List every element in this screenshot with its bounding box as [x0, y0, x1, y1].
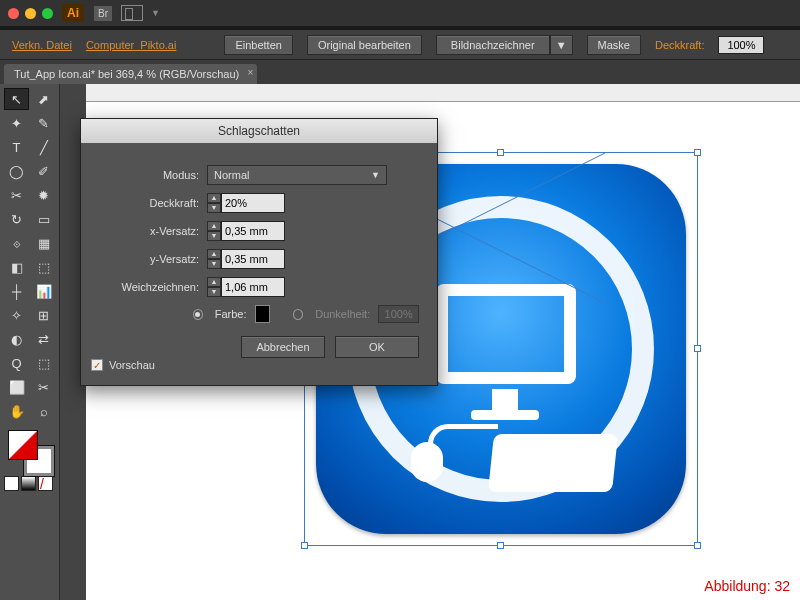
tool-1[interactable]: ⬈: [31, 88, 56, 110]
tool-2[interactable]: ✦: [4, 112, 29, 134]
dialog-title: Schlagschatten: [81, 119, 437, 143]
spin-up-icon[interactable]: ▲: [207, 249, 221, 259]
blur-label: Weichzeichnen:: [91, 281, 199, 293]
tool-20[interactable]: ◐: [4, 328, 29, 350]
tool-21[interactable]: ⇄: [31, 328, 56, 350]
spin-up-icon[interactable]: ▲: [207, 277, 221, 287]
tool-14[interactable]: ◧: [4, 256, 29, 278]
tool-8[interactable]: ✂: [4, 184, 29, 206]
blur-spinner[interactable]: ▲▼: [207, 277, 285, 297]
tool-4[interactable]: T: [4, 136, 29, 158]
preview-label: Vorschau: [109, 359, 155, 371]
blur-input[interactable]: [221, 277, 285, 297]
mode-dropdown[interactable]: Normal ▼: [207, 165, 387, 185]
bridge-badge[interactable]: Br: [93, 5, 113, 22]
document-tab[interactable]: Tut_App Icon.ai* bei 369,4 % (RGB/Vorsch…: [4, 64, 257, 84]
minimize-window-icon[interactable]: [25, 8, 36, 19]
handle-mid-right[interactable]: [694, 345, 701, 352]
tool-22[interactable]: Q: [4, 352, 29, 374]
spin-down-icon[interactable]: ▼: [207, 203, 221, 213]
mode-label: Modus:: [91, 169, 199, 181]
tool-11[interactable]: ▭: [31, 208, 56, 230]
zoom-window-icon[interactable]: [42, 8, 53, 19]
tool-13[interactable]: ▦: [31, 232, 56, 254]
handle-bot-mid[interactable]: [497, 542, 504, 549]
image-trace-button[interactable]: Bildnachzeichner: [436, 35, 550, 55]
handle-bot-right[interactable]: [694, 542, 701, 549]
ok-button[interactable]: OK: [335, 336, 419, 358]
handle-top-mid[interactable]: [497, 149, 504, 156]
x-offset-label: x-Versatz:: [91, 225, 199, 237]
fill-stroke-swatches[interactable]: [4, 428, 55, 476]
toolbox: ↖⬈✦✎T╱◯✐✂✹↻▭⟐▦◧⬚┼📊✧⊞◐⇄Q⬚⬜✂✋⌕ /: [0, 84, 60, 600]
tool-10[interactable]: ↻: [4, 208, 29, 230]
close-window-icon[interactable]: [8, 8, 19, 19]
tool-17[interactable]: 📊: [31, 280, 56, 302]
document-tab-title: Tut_App Icon.ai* bei 369,4 % (RGB/Vorsch…: [14, 68, 239, 80]
tool-0[interactable]: ↖: [4, 88, 29, 110]
x-offset-spinner[interactable]: ▲▼: [207, 221, 285, 241]
tool-16[interactable]: ┼: [4, 280, 29, 302]
linked-file-label[interactable]: Verkn. Datei: [12, 39, 72, 51]
opacity-label: Deckkraft:: [655, 39, 705, 51]
figure-label: Abbildung: 32: [704, 578, 790, 594]
dialog-opacity-input[interactable]: [221, 193, 285, 213]
color-mode-icon[interactable]: [4, 476, 19, 491]
document-tab-bar: Tut_App Icon.ai* bei 369,4 % (RGB/Vorsch…: [0, 60, 800, 84]
gradient-mode-icon[interactable]: [21, 476, 36, 491]
y-offset-spinner[interactable]: ▲▼: [207, 249, 285, 269]
ruler-horizontal: [86, 84, 800, 102]
tool-15[interactable]: ⬚: [31, 256, 56, 278]
tool-7[interactable]: ✐: [31, 160, 56, 182]
x-offset-input[interactable]: [221, 221, 285, 241]
tool-26[interactable]: ✋: [4, 400, 29, 422]
cancel-button[interactable]: Abbrechen: [241, 336, 325, 358]
mask-button[interactable]: Maske: [587, 35, 641, 55]
fill-swatch[interactable]: [8, 430, 38, 460]
opacity-input[interactable]: [718, 36, 764, 54]
os-titlebar: Ai Br ▼: [0, 0, 800, 26]
chevron-down-icon: ▼: [371, 170, 380, 180]
y-offset-input[interactable]: [221, 249, 285, 269]
edit-original-button[interactable]: Original bearbeiten: [307, 35, 422, 55]
darkness-radio-label: Dunkelheit:: [315, 308, 370, 320]
handle-bot-left[interactable]: [301, 542, 308, 549]
spin-down-icon[interactable]: ▼: [207, 231, 221, 241]
drop-shadow-dialog: Schlagschatten Modus: Normal ▼ Deckkraft…: [80, 118, 438, 386]
spin-down-icon[interactable]: ▼: [207, 259, 221, 269]
panel-layout-icon[interactable]: [121, 5, 143, 21]
tool-24[interactable]: ⬜: [4, 376, 29, 398]
window-controls: [8, 8, 53, 19]
spin-down-icon[interactable]: ▼: [207, 287, 221, 297]
darkness-radio[interactable]: [293, 309, 303, 320]
color-radio[interactable]: [193, 309, 203, 320]
tool-27[interactable]: ⌕: [31, 400, 56, 422]
tool-25[interactable]: ✂: [31, 376, 56, 398]
tool-18[interactable]: ✧: [4, 304, 29, 326]
shadow-color-swatch[interactable]: [255, 305, 271, 323]
tool-9[interactable]: ✹: [31, 184, 56, 206]
image-trace-dropdown[interactable]: Bildnachzeichner ▼: [436, 35, 573, 55]
dialog-opacity-label: Deckkraft:: [91, 197, 199, 209]
control-bar: Verkn. Datei Computer_Pikto.ai Einbetten…: [0, 30, 800, 60]
tool-3[interactable]: ✎: [31, 112, 56, 134]
tool-6[interactable]: ◯: [4, 160, 29, 182]
tool-19[interactable]: ⊞: [31, 304, 56, 326]
darkness-input: 100%: [378, 305, 419, 323]
spin-up-icon[interactable]: ▲: [207, 221, 221, 231]
mode-value: Normal: [214, 169, 249, 181]
preview-checkbox[interactable]: ✓: [91, 359, 103, 371]
color-radio-label: Farbe:: [215, 308, 247, 320]
tool-12[interactable]: ⟐: [4, 232, 29, 254]
close-tab-icon[interactable]: ×: [247, 67, 253, 78]
embed-button[interactable]: Einbetten: [224, 35, 292, 55]
spin-up-icon[interactable]: ▲: [207, 193, 221, 203]
chevron-down-icon[interactable]: ▼: [151, 8, 160, 18]
tool-5[interactable]: ╱: [31, 136, 56, 158]
handle-top-right[interactable]: [694, 149, 701, 156]
tool-23[interactable]: ⬚: [31, 352, 56, 374]
opacity-spinner[interactable]: ▲▼: [207, 193, 285, 213]
chevron-down-icon[interactable]: ▼: [550, 35, 573, 55]
none-mode-icon[interactable]: /: [38, 476, 53, 491]
linked-file-name[interactable]: Computer_Pikto.ai: [86, 39, 177, 51]
